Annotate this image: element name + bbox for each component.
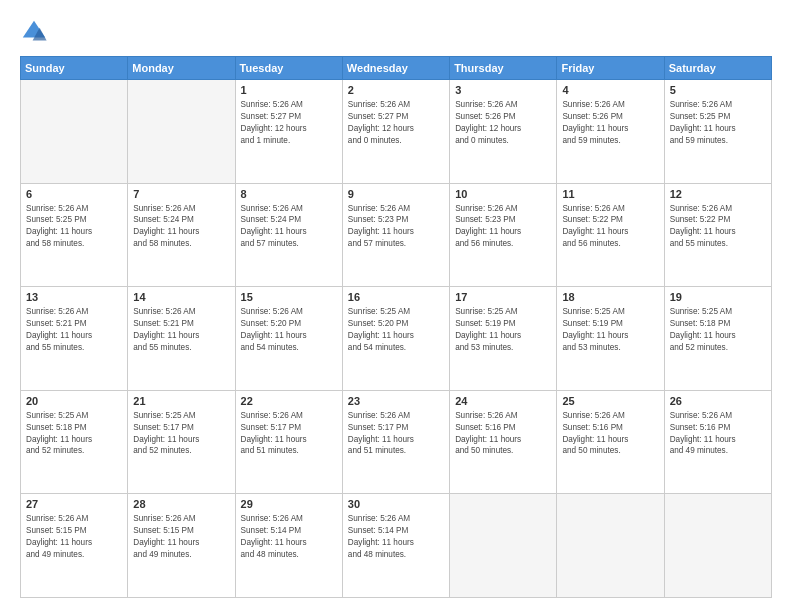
day-number: 19	[670, 291, 766, 303]
calendar-cell: 21Sunrise: 5:25 AM Sunset: 5:17 PM Dayli…	[128, 390, 235, 494]
day-info: Sunrise: 5:25 AM Sunset: 5:18 PM Dayligh…	[670, 306, 766, 354]
day-number: 10	[455, 188, 551, 200]
day-number: 27	[26, 498, 122, 510]
day-info: Sunrise: 5:26 AM Sunset: 5:15 PM Dayligh…	[26, 513, 122, 561]
week-row-5: 27Sunrise: 5:26 AM Sunset: 5:15 PM Dayli…	[21, 494, 772, 598]
calendar-cell: 10Sunrise: 5:26 AM Sunset: 5:23 PM Dayli…	[450, 183, 557, 287]
calendar-cell: 24Sunrise: 5:26 AM Sunset: 5:16 PM Dayli…	[450, 390, 557, 494]
week-row-2: 6Sunrise: 5:26 AM Sunset: 5:25 PM Daylig…	[21, 183, 772, 287]
day-info: Sunrise: 5:26 AM Sunset: 5:26 PM Dayligh…	[562, 99, 658, 147]
week-row-4: 20Sunrise: 5:25 AM Sunset: 5:18 PM Dayli…	[21, 390, 772, 494]
calendar-body: 1Sunrise: 5:26 AM Sunset: 5:27 PM Daylig…	[21, 80, 772, 598]
weekday-row: SundayMondayTuesdayWednesdayThursdayFrid…	[21, 57, 772, 80]
calendar-cell: 28Sunrise: 5:26 AM Sunset: 5:15 PM Dayli…	[128, 494, 235, 598]
day-info: Sunrise: 5:26 AM Sunset: 5:21 PM Dayligh…	[133, 306, 229, 354]
day-number: 8	[241, 188, 337, 200]
weekday-header-monday: Monday	[128, 57, 235, 80]
calendar-cell: 19Sunrise: 5:25 AM Sunset: 5:18 PM Dayli…	[664, 287, 771, 391]
day-number: 2	[348, 84, 444, 96]
calendar-cell: 4Sunrise: 5:26 AM Sunset: 5:26 PM Daylig…	[557, 80, 664, 184]
calendar-cell: 5Sunrise: 5:26 AM Sunset: 5:25 PM Daylig…	[664, 80, 771, 184]
day-info: Sunrise: 5:26 AM Sunset: 5:25 PM Dayligh…	[26, 203, 122, 251]
weekday-header-thursday: Thursday	[450, 57, 557, 80]
day-info: Sunrise: 5:26 AM Sunset: 5:24 PM Dayligh…	[133, 203, 229, 251]
day-info: Sunrise: 5:26 AM Sunset: 5:16 PM Dayligh…	[670, 410, 766, 458]
calendar-cell: 7Sunrise: 5:26 AM Sunset: 5:24 PM Daylig…	[128, 183, 235, 287]
header	[20, 18, 772, 46]
calendar-cell	[664, 494, 771, 598]
logo	[20, 18, 52, 46]
day-info: Sunrise: 5:26 AM Sunset: 5:22 PM Dayligh…	[562, 203, 658, 251]
day-number: 28	[133, 498, 229, 510]
weekday-header-friday: Friday	[557, 57, 664, 80]
day-number: 14	[133, 291, 229, 303]
calendar-cell: 13Sunrise: 5:26 AM Sunset: 5:21 PM Dayli…	[21, 287, 128, 391]
day-info: Sunrise: 5:25 AM Sunset: 5:19 PM Dayligh…	[562, 306, 658, 354]
calendar-cell: 14Sunrise: 5:26 AM Sunset: 5:21 PM Dayli…	[128, 287, 235, 391]
weekday-header-saturday: Saturday	[664, 57, 771, 80]
weekday-header-tuesday: Tuesday	[235, 57, 342, 80]
day-number: 15	[241, 291, 337, 303]
calendar-cell: 29Sunrise: 5:26 AM Sunset: 5:14 PM Dayli…	[235, 494, 342, 598]
calendar-cell	[21, 80, 128, 184]
day-info: Sunrise: 5:26 AM Sunset: 5:23 PM Dayligh…	[348, 203, 444, 251]
calendar-cell: 3Sunrise: 5:26 AM Sunset: 5:26 PM Daylig…	[450, 80, 557, 184]
week-row-1: 1Sunrise: 5:26 AM Sunset: 5:27 PM Daylig…	[21, 80, 772, 184]
day-info: Sunrise: 5:25 AM Sunset: 5:19 PM Dayligh…	[455, 306, 551, 354]
day-info: Sunrise: 5:26 AM Sunset: 5:21 PM Dayligh…	[26, 306, 122, 354]
calendar-cell: 17Sunrise: 5:25 AM Sunset: 5:19 PM Dayli…	[450, 287, 557, 391]
day-number: 5	[670, 84, 766, 96]
day-info: Sunrise: 5:26 AM Sunset: 5:20 PM Dayligh…	[241, 306, 337, 354]
day-info: Sunrise: 5:26 AM Sunset: 5:16 PM Dayligh…	[562, 410, 658, 458]
day-number: 13	[26, 291, 122, 303]
day-info: Sunrise: 5:25 AM Sunset: 5:20 PM Dayligh…	[348, 306, 444, 354]
weekday-header-sunday: Sunday	[21, 57, 128, 80]
day-number: 29	[241, 498, 337, 510]
day-info: Sunrise: 5:26 AM Sunset: 5:26 PM Dayligh…	[455, 99, 551, 147]
day-info: Sunrise: 5:26 AM Sunset: 5:16 PM Dayligh…	[455, 410, 551, 458]
day-info: Sunrise: 5:26 AM Sunset: 5:27 PM Dayligh…	[348, 99, 444, 147]
calendar-cell: 25Sunrise: 5:26 AM Sunset: 5:16 PM Dayli…	[557, 390, 664, 494]
day-info: Sunrise: 5:26 AM Sunset: 5:23 PM Dayligh…	[455, 203, 551, 251]
calendar-cell	[557, 494, 664, 598]
day-number: 22	[241, 395, 337, 407]
page: SundayMondayTuesdayWednesdayThursdayFrid…	[0, 0, 792, 612]
day-number: 9	[348, 188, 444, 200]
calendar-cell: 30Sunrise: 5:26 AM Sunset: 5:14 PM Dayli…	[342, 494, 449, 598]
calendar-cell: 12Sunrise: 5:26 AM Sunset: 5:22 PM Dayli…	[664, 183, 771, 287]
day-number: 12	[670, 188, 766, 200]
day-info: Sunrise: 5:26 AM Sunset: 5:27 PM Dayligh…	[241, 99, 337, 147]
day-info: Sunrise: 5:26 AM Sunset: 5:14 PM Dayligh…	[348, 513, 444, 561]
calendar-cell	[450, 494, 557, 598]
day-number: 30	[348, 498, 444, 510]
calendar-cell: 11Sunrise: 5:26 AM Sunset: 5:22 PM Dayli…	[557, 183, 664, 287]
day-number: 17	[455, 291, 551, 303]
calendar-cell: 15Sunrise: 5:26 AM Sunset: 5:20 PM Dayli…	[235, 287, 342, 391]
day-info: Sunrise: 5:26 AM Sunset: 5:14 PM Dayligh…	[241, 513, 337, 561]
day-number: 16	[348, 291, 444, 303]
day-info: Sunrise: 5:25 AM Sunset: 5:18 PM Dayligh…	[26, 410, 122, 458]
day-number: 25	[562, 395, 658, 407]
week-row-3: 13Sunrise: 5:26 AM Sunset: 5:21 PM Dayli…	[21, 287, 772, 391]
day-number: 24	[455, 395, 551, 407]
day-number: 4	[562, 84, 658, 96]
day-number: 26	[670, 395, 766, 407]
calendar-cell	[128, 80, 235, 184]
day-number: 6	[26, 188, 122, 200]
day-info: Sunrise: 5:26 AM Sunset: 5:17 PM Dayligh…	[348, 410, 444, 458]
day-number: 7	[133, 188, 229, 200]
day-number: 3	[455, 84, 551, 96]
calendar-cell: 6Sunrise: 5:26 AM Sunset: 5:25 PM Daylig…	[21, 183, 128, 287]
calendar-cell: 27Sunrise: 5:26 AM Sunset: 5:15 PM Dayli…	[21, 494, 128, 598]
calendar-table: SundayMondayTuesdayWednesdayThursdayFrid…	[20, 56, 772, 598]
calendar-cell: 18Sunrise: 5:25 AM Sunset: 5:19 PM Dayli…	[557, 287, 664, 391]
day-number: 21	[133, 395, 229, 407]
day-info: Sunrise: 5:26 AM Sunset: 5:25 PM Dayligh…	[670, 99, 766, 147]
calendar-cell: 26Sunrise: 5:26 AM Sunset: 5:16 PM Dayli…	[664, 390, 771, 494]
day-number: 1	[241, 84, 337, 96]
day-info: Sunrise: 5:26 AM Sunset: 5:15 PM Dayligh…	[133, 513, 229, 561]
logo-inner	[20, 18, 52, 46]
calendar-cell: 9Sunrise: 5:26 AM Sunset: 5:23 PM Daylig…	[342, 183, 449, 287]
day-number: 18	[562, 291, 658, 303]
day-info: Sunrise: 5:26 AM Sunset: 5:22 PM Dayligh…	[670, 203, 766, 251]
